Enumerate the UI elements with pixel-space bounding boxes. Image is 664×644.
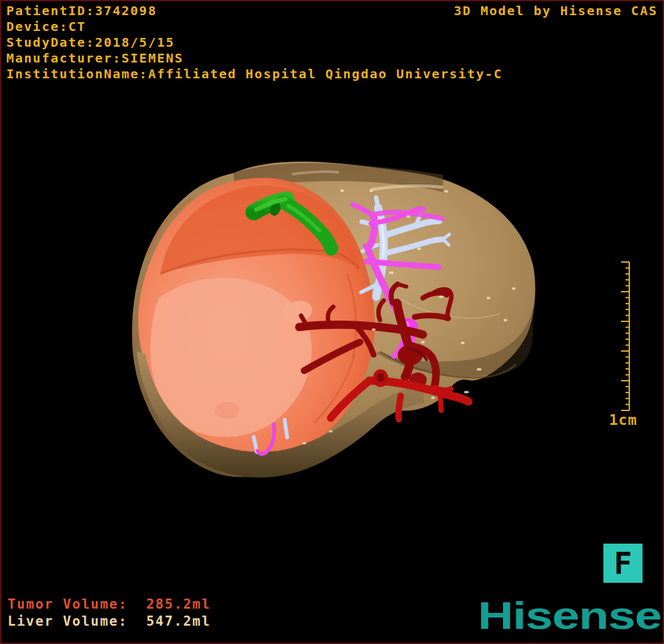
tumor-volume-row: Tumor Volume: 285.2ml bbox=[8, 596, 211, 613]
liver-volume-value: 547.2ml bbox=[137, 613, 211, 630]
scale-label: 1cm bbox=[609, 412, 637, 428]
scale-ruler bbox=[621, 262, 629, 410]
patient-metadata: PatientID:3742098 Device:CT StudyDate:20… bbox=[6, 3, 502, 82]
liver-volume-label: Liver Volume: bbox=[8, 613, 137, 630]
tumor-volume-label: Tumor Volume: bbox=[8, 596, 137, 613]
volume-measurements: Tumor Volume: 285.2ml Liver Volume: 547.… bbox=[8, 596, 211, 630]
tumor-volume-value: 285.2ml bbox=[137, 596, 211, 613]
metadata-manufacturer: Manufacturer:SIEMENS bbox=[6, 51, 502, 66]
liver-volume-row: Liver Volume: 547.2ml bbox=[8, 613, 211, 630]
metadata-patient-id: PatientID:3742098 bbox=[6, 3, 502, 19]
liver-3d-model[interactable] bbox=[1, 1, 663, 643]
metadata-study-date: StudyDate:2018/5/15 bbox=[6, 35, 502, 51]
3d-viewer-viewport: PatientID:3742098 Device:CT StudyDate:20… bbox=[0, 0, 664, 644]
orientation-marker-f: F bbox=[603, 544, 643, 583]
hisense-logo: Hisense bbox=[478, 593, 661, 638]
metadata-institution: InstitutionName:Affiliated Hospital Qing… bbox=[6, 66, 502, 82]
metadata-device: Device:CT bbox=[6, 19, 502, 35]
watermark-label: 3D Model by Hisense CAS bbox=[454, 3, 658, 18]
